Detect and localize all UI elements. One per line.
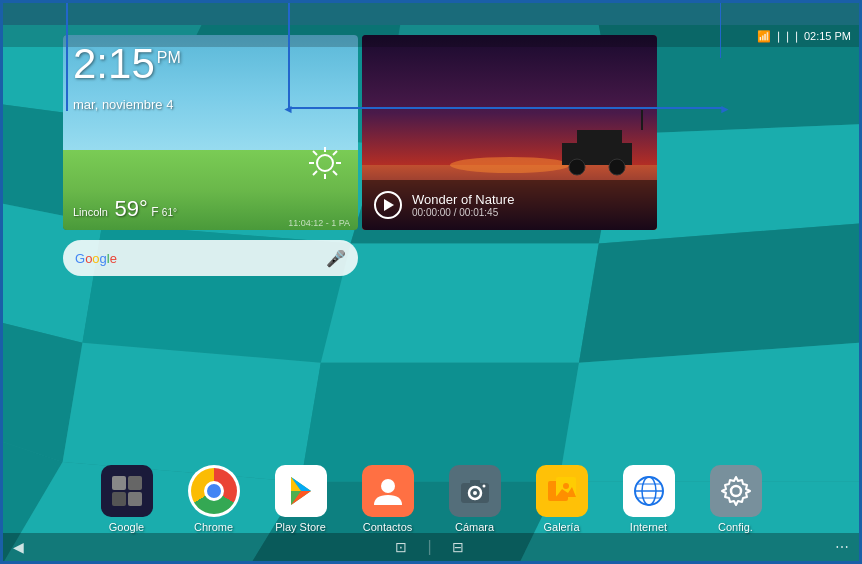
camara-label: Cámara (455, 521, 494, 533)
svg-point-56 (731, 486, 741, 496)
nav-back-button[interactable]: ◀ (13, 539, 24, 555)
config-label: Config. (718, 521, 753, 533)
svg-marker-15 (559, 343, 859, 482)
app-playstore[interactable]: Play Store (275, 465, 327, 533)
playstore-icon (275, 465, 327, 517)
nav-apps-button[interactable]: ⋯ (835, 539, 849, 555)
chrome-icon (191, 468, 237, 514)
internet-icon (623, 465, 675, 517)
svg-line-27 (333, 151, 337, 155)
video-duration: 00:00:00 / 00:01:45 (412, 207, 514, 218)
svg-line-26 (333, 171, 337, 175)
svg-point-46 (482, 485, 485, 488)
svg-point-49 (563, 483, 569, 489)
svg-line-28 (313, 171, 317, 175)
svg-rect-33 (577, 130, 622, 148)
time-display: 02:15 PM (804, 30, 851, 42)
svg-point-20 (317, 155, 333, 171)
svg-point-44 (473, 491, 477, 495)
clock-weather-widget[interactable]: 2:15PM mar, noviembre 4 (63, 35, 358, 230)
svg-point-41 (381, 479, 395, 493)
svg-marker-14 (301, 363, 579, 482)
app-config[interactable]: Config. (710, 465, 762, 533)
camera-icon (449, 465, 501, 517)
annotation-line-right (720, 3, 722, 58)
playstore-label: Play Store (275, 521, 326, 533)
arrow-right-head: ► (719, 102, 731, 116)
clock-date-display: mar, noviembre 4 (73, 97, 173, 112)
settings-icon (710, 465, 762, 517)
chrome-label: Chrome (194, 521, 233, 533)
play-button[interactable] (374, 191, 402, 219)
app-internet[interactable]: Internet (623, 465, 675, 533)
google-grid-icon (108, 472, 146, 510)
svg-rect-45 (470, 480, 480, 485)
chrome-center (204, 481, 224, 501)
clock-time-display: 2:15PM (73, 43, 181, 85)
google-logo-text: Google (75, 251, 326, 266)
svg-marker-11 (579, 224, 859, 363)
nav-home-button[interactable]: ⊡ (395, 539, 407, 555)
annotation-arrow-line (288, 107, 723, 109)
video-widget[interactable]: Wonder of Nature 00:00:00 / 00:01:45 (362, 35, 657, 230)
svg-marker-10 (321, 243, 599, 362)
video-title: Wonder of Nature (412, 192, 514, 207)
app-camara[interactable]: Cámara (449, 465, 501, 533)
video-info: Wonder of Nature 00:00:00 / 00:01:45 (412, 192, 514, 218)
svg-point-34 (569, 159, 585, 175)
play-icon (384, 199, 394, 211)
annotation-line-left (66, 3, 68, 111)
galeria-label: Galería (543, 521, 579, 533)
arrow-left-head: ◄ (282, 102, 294, 116)
gallery-icon (536, 465, 588, 517)
svg-marker-13 (63, 343, 321, 482)
bottom-center-buttons: ⊡ | ⊟ (395, 538, 463, 556)
app-chrome[interactable]: Chrome (188, 465, 240, 533)
widgets-area: 2:15PM mar, noviembre 4 (63, 35, 799, 230)
contacts-icon (362, 465, 414, 517)
device-frame: ◄ ► 📶 (0, 0, 862, 564)
clock-timestamp: 11:04:12 - 1 PA (288, 218, 350, 228)
wifi-icon: 📶 (757, 30, 771, 43)
status-icons: 📶 ❘❘❘ 02:15 PM (757, 30, 851, 43)
sun-icon (307, 145, 343, 185)
mic-icon[interactable]: 🎤 (326, 249, 346, 268)
app-dock: Google Chrome (3, 465, 859, 533)
search-bar[interactable]: Google 🎤 (63, 240, 358, 276)
signal-icon: ❘❘❘ (774, 30, 801, 43)
svg-point-35 (609, 159, 625, 175)
weather-temp-display: Lincoln 59° F 61° (73, 196, 177, 222)
svg-point-31 (450, 157, 570, 173)
internet-label: Internet (630, 521, 667, 533)
app-galeria[interactable]: Galería (536, 465, 588, 533)
bottom-nav-bar: ◀ ⊡ | ⊟ ⋯ (3, 533, 859, 561)
nav-separator: | (427, 538, 431, 556)
app-contactos[interactable]: Contactos (362, 465, 414, 533)
annotation-line-center (288, 3, 290, 111)
google-label: Google (109, 521, 144, 533)
contactos-label: Contactos (363, 521, 413, 533)
status-bar: 📶 ❘❘❘ 02:15 PM (3, 25, 859, 47)
video-controls[interactable]: Wonder of Nature 00:00:00 / 00:01:45 (362, 180, 657, 230)
svg-line-25 (313, 151, 317, 155)
app-google[interactable]: Google (101, 465, 153, 533)
nav-recents-button[interactable]: ⊟ (452, 539, 464, 555)
